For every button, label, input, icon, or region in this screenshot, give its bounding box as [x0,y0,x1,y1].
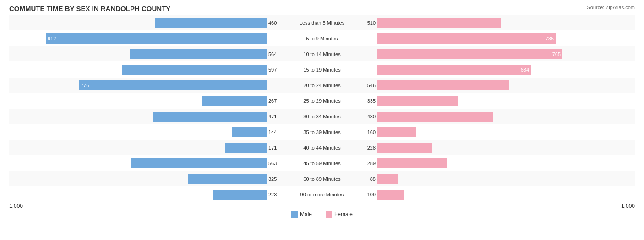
left-section: 460 [9,15,267,30]
male-value: 267 [268,98,277,104]
table-row: 9125 to 9 Minutes735 [9,31,635,46]
table-row: 460Less than 5 Minutes510 [9,15,635,30]
left-section: 564 [9,46,267,61]
right-section: 546 [377,78,635,93]
male-bar: 325 [188,174,267,184]
row-label: Less than 5 Minutes [267,20,377,26]
male-value: 563 [268,161,277,166]
male-bar: 563 [131,158,267,168]
left-section: 597 [9,62,267,77]
legend: Male Female [9,211,635,218]
female-bar: 335 [377,96,458,106]
chart-area: 460Less than 5 Minutes5109125 to 9 Minut… [9,15,635,202]
row-label: 25 to 29 Minutes [267,98,377,104]
chart-title: COMMUTE TIME BY SEX IN RANDOLPH COUNTY [9,5,635,12]
legend-male-box [291,211,298,218]
male-value: 171 [268,145,277,151]
male-value: 223 [268,192,277,197]
legend-female-box [326,211,332,218]
female-value: 735 [546,36,554,41]
left-section: 144 [9,124,267,140]
left-section: 776 [9,78,267,93]
right-section: 335 [377,93,635,108]
axis-right: 1,000 [621,203,635,209]
male-value: 325 [268,176,277,182]
row-label: 30 to 34 Minutes [267,114,377,119]
table-row: 22390 or more Minutes109 [9,187,635,202]
male-bar: 171 [225,143,267,153]
chart-container: COMMUTE TIME BY SEX IN RANDOLPH COUNTY S… [0,0,644,240]
right-section: 228 [377,140,635,155]
male-bar: 223 [213,190,267,200]
right-section: 88 [377,171,635,186]
female-value: 160 [367,129,376,135]
male-value: 564 [268,51,277,57]
row-label: 90 or more Minutes [267,192,377,197]
female-value: 335 [367,98,376,104]
male-bar: 597 [122,65,267,75]
female-bar: 546 [377,80,509,90]
axis-labels: 1,000 1,000 [9,203,635,209]
male-bar: 460 [155,18,267,28]
male-value: 144 [268,129,277,135]
right-section: 480 [377,109,635,124]
female-bar: 510 [377,18,501,28]
table-row: 56345 to 59 Minutes289 [9,156,635,171]
male-value: 776 [81,83,89,88]
female-value: 88 [370,176,376,182]
legend-female-label: Female [334,211,353,218]
legend-male: Male [291,211,312,218]
left-section: 223 [9,187,267,202]
left-section: 171 [9,140,267,155]
right-section: 510 [377,15,635,30]
row-label: 5 to 9 Minutes [267,36,377,41]
row-label: 10 to 14 Minutes [267,51,377,57]
male-value: 597 [268,67,277,73]
female-value: 510 [367,20,376,26]
female-bar: 88 [377,174,398,184]
female-value: 228 [367,145,376,151]
female-value: 634 [521,67,529,73]
table-row: 56410 to 14 Minutes765 [9,46,635,61]
right-section: 109 [377,187,635,202]
left-section: 912 [9,31,267,46]
row-label: 45 to 59 Minutes [267,161,377,166]
table-row: 14435 to 39 Minutes160 [9,124,635,140]
right-section: 160 [377,124,635,140]
male-bar: 776 [79,80,267,90]
row-label: 60 to 89 Minutes [267,176,377,182]
female-bar: 109 [377,190,404,200]
right-section: 289 [377,156,635,171]
female-value: 109 [367,192,376,197]
female-value: 289 [367,161,376,166]
right-section: 765 [377,46,635,61]
table-row: 26725 to 29 Minutes335 [9,93,635,108]
row-label: 35 to 39 Minutes [267,129,377,135]
axis-left: 1,000 [9,203,23,209]
source-label: Source: ZipAtlas.com [587,5,635,10]
male-value: 912 [48,36,56,41]
row-label: 15 to 19 Minutes [267,67,377,73]
female-value: 480 [367,114,376,119]
female-bar: 160 [377,127,416,137]
female-bar: 765 [377,49,562,59]
left-section: 325 [9,171,267,186]
male-value: 471 [268,114,277,119]
legend-female: Female [326,211,353,218]
left-section: 471 [9,109,267,124]
table-row: 77620 to 24 Minutes546 [9,78,635,93]
left-section: 563 [9,156,267,171]
female-bar: 228 [377,143,432,153]
row-label: 40 to 44 Minutes [267,145,377,151]
legend-male-label: Male [300,211,312,218]
right-section: 735 [377,31,635,46]
table-row: 32560 to 89 Minutes88 [9,171,635,186]
male-bar: 564 [130,49,267,59]
male-bar: 267 [202,96,267,106]
female-bar: 289 [377,158,447,168]
male-bar: 471 [153,112,267,122]
right-section: 634 [377,62,635,77]
male-value: 460 [268,20,277,26]
female-bar: 634 [377,65,531,75]
female-value: 546 [367,83,376,88]
